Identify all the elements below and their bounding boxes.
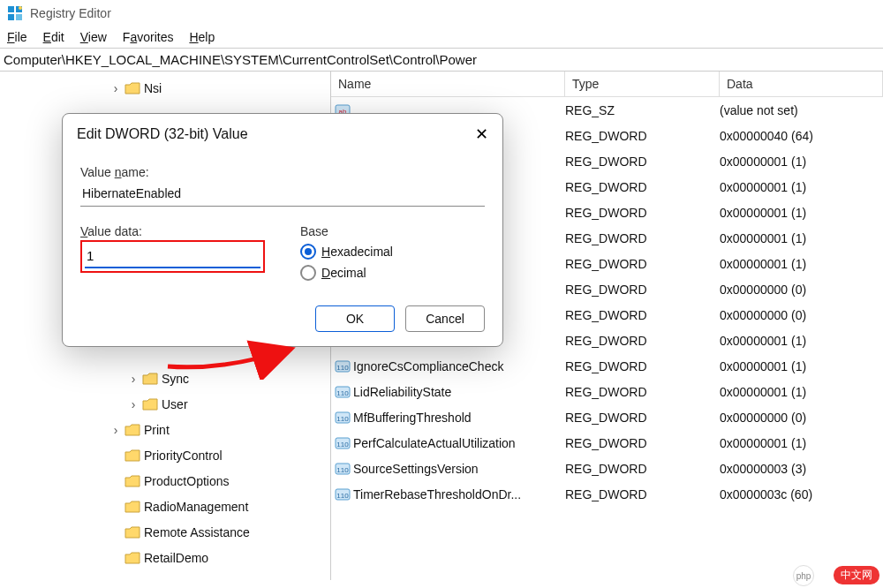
row-type: REG_DWORD [565, 411, 720, 425]
tree-label: Remote Assistance [144, 525, 250, 539]
row-data: 0x00000001 (1) [720, 334, 883, 348]
tree-item[interactable]: ›Sync [0, 366, 330, 391]
svg-rect-2 [8, 14, 14, 20]
value-name-field[interactable]: HibernateEnabled [80, 181, 485, 207]
col-type[interactable]: Type [565, 72, 720, 96]
tree-item[interactable]: RadioManagement [0, 494, 330, 519]
col-name[interactable]: Name [331, 72, 565, 96]
dword-icon: 110 [331, 358, 353, 374]
dword-icon: 110 [331, 461, 353, 477]
row-name: MfBufferingThreshold [353, 411, 565, 425]
row-name: TimerRebaseThresholdOnDr... [353, 487, 565, 501]
row-type: REG_SZ [565, 103, 720, 117]
list-row[interactable]: 110MfBufferingThresholdREG_DWORD0x000000… [331, 404, 883, 430]
row-data: 0x00000000 (0) [720, 283, 883, 297]
close-icon[interactable]: ✕ [475, 124, 488, 144]
cancel-button[interactable]: Cancel [405, 305, 485, 332]
row-name: LidReliabilityState [353, 385, 565, 399]
row-data: 0x00000001 (1) [720, 257, 883, 271]
row-type: REG_DWORD [565, 487, 720, 501]
dialog-title: Edit DWORD (32-bit) Value [77, 126, 248, 142]
row-type: REG_DWORD [565, 129, 720, 143]
list-row[interactable]: 110IgnoreCsComplianceCheckREG_DWORD0x000… [331, 353, 883, 379]
menu-bar: File Edit View Favorites Help [0, 26, 883, 48]
title-bar: Registry Editor [0, 0, 883, 26]
row-data: 0x00000001 (1) [720, 436, 883, 450]
row-data: 0x00000000 (0) [720, 411, 883, 425]
value-data-input[interactable] [85, 245, 260, 268]
row-type: REG_DWORD [565, 334, 720, 348]
radio-decimal[interactable]: Decimal [300, 265, 485, 281]
address-bar[interactable]: Computer\HKEY_LOCAL_MACHINE\SYSTEM\Curre… [0, 48, 883, 72]
regedit-icon [7, 5, 23, 21]
base-label: Base [300, 224, 485, 238]
menu-help[interactable]: Help [189, 30, 215, 44]
row-name: SourceSettingsVersion [353, 462, 565, 476]
list-row[interactable]: 110LidReliabilityStateREG_DWORD0x0000000… [331, 379, 883, 404]
tree-item[interactable]: RetailDemo [0, 545, 330, 570]
tree-item[interactable]: Remote Assistance [0, 519, 330, 545]
row-data: 0x0000003c (60) [720, 487, 883, 501]
row-type: REG_DWORD [565, 436, 720, 450]
tree-item[interactable]: ›User [0, 391, 330, 417]
row-data: 0x00000000 (0) [720, 308, 883, 322]
tree-label: Print [144, 423, 170, 437]
svg-text:110: 110 [336, 364, 349, 372]
col-data[interactable]: Data [720, 72, 883, 96]
svg-text:110: 110 [336, 415, 349, 423]
row-type: REG_DWORD [565, 359, 720, 373]
menu-favorites[interactable]: Favorites [123, 30, 174, 44]
menu-view[interactable]: View [80, 30, 107, 44]
menu-file[interactable]: File [7, 30, 27, 44]
column-headers[interactable]: Name Type Data [331, 72, 883, 97]
row-type: REG_DWORD [565, 257, 720, 271]
row-type: REG_DWORD [565, 180, 720, 194]
menu-edit[interactable]: Edit [43, 30, 64, 44]
row-data: 0x00000001 (1) [720, 206, 883, 220]
tree-label: RetailDemo [144, 551, 208, 565]
dword-icon: 110 [331, 486, 353, 502]
row-data: (value not set) [720, 103, 883, 117]
radio-icon [300, 265, 316, 281]
dword-icon: 110 [331, 435, 353, 451]
svg-rect-0 [8, 6, 14, 12]
row-type: REG_DWORD [565, 462, 720, 476]
radio-icon [300, 244, 316, 260]
list-row[interactable]: 110PerfCalculateActualUtilizationREG_DWO… [331, 430, 883, 456]
svg-text:110: 110 [336, 492, 349, 500]
chevron-icon: › [110, 81, 121, 95]
tree-item[interactable]: ›Print [0, 417, 330, 442]
chevron-icon: › [110, 423, 121, 437]
highlight-box [80, 240, 265, 273]
svg-text:110: 110 [336, 389, 349, 397]
svg-point-4 [19, 6, 22, 10]
watermark: 中文网 [834, 566, 879, 584]
dword-icon: 110 [331, 410, 353, 426]
row-data: 0x00000003 (3) [720, 462, 883, 476]
tree-label: RadioManagement [144, 500, 248, 514]
tree-item[interactable]: PriorityControl [0, 442, 330, 468]
tree-item[interactable]: ProductOptions [0, 468, 330, 494]
tree-label: Sync [162, 372, 189, 386]
row-data: 0x00000040 (64) [720, 129, 883, 143]
radio-hexadecimal[interactable]: Hexadecimal [300, 244, 485, 260]
value-data-label: Value data: [80, 224, 265, 238]
ok-button[interactable]: OK [315, 305, 395, 332]
svg-rect-3 [16, 14, 22, 20]
value-name-label: Value name: [80, 165, 485, 179]
svg-text:110: 110 [336, 466, 349, 474]
edit-dword-dialog: Edit DWORD (32-bit) Value ✕ Value name: … [62, 113, 503, 347]
list-row[interactable]: 110SourceSettingsVersionREG_DWORD0x00000… [331, 456, 883, 481]
row-name: IgnoreCsComplianceCheck [353, 359, 565, 373]
row-type: REG_DWORD [565, 155, 720, 169]
row-data: 0x00000001 (1) [720, 359, 883, 373]
row-type: REG_DWORD [565, 231, 720, 245]
tree-label: ProductOptions [144, 474, 230, 488]
row-type: REG_DWORD [565, 283, 720, 297]
row-type: REG_DWORD [565, 385, 720, 399]
list-row[interactable]: 110TimerRebaseThresholdOnDr...REG_DWORD0… [331, 481, 883, 507]
row-data: 0x00000001 (1) [720, 385, 883, 399]
tree-item[interactable]: ›Nsi [0, 75, 330, 101]
chevron-icon: › [128, 397, 139, 411]
dword-icon: 110 [331, 384, 353, 400]
